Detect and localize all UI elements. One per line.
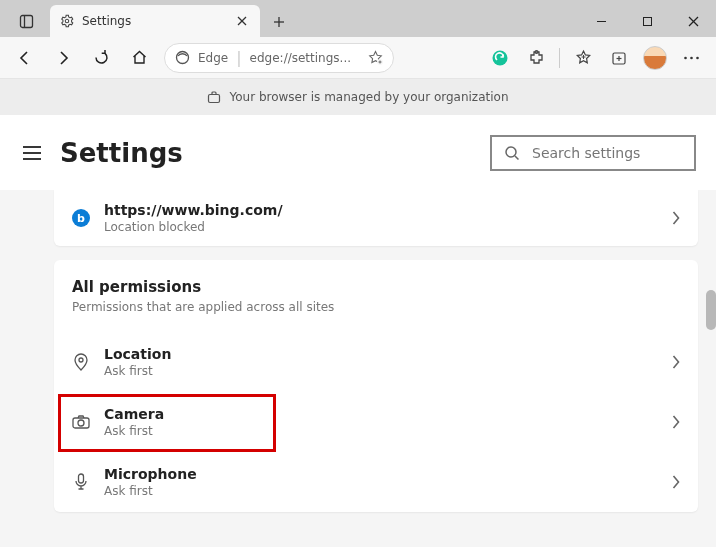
avatar-icon: [643, 46, 667, 70]
org-banner-text: Your browser is managed by your organiza…: [229, 90, 508, 104]
recent-site-row[interactable]: b https://www.bing.com/ Location blocked: [54, 190, 698, 246]
search-icon: [504, 145, 520, 161]
permission-row-camera[interactable]: Camera Ask first: [54, 392, 698, 452]
svg-rect-0: [20, 15, 32, 27]
svg-point-21: [684, 56, 687, 59]
all-permissions-title: All permissions: [72, 278, 680, 296]
permission-row-location[interactable]: Location Ask first: [54, 332, 698, 392]
permission-status: Ask first: [104, 364, 658, 378]
gear-icon: [60, 14, 74, 28]
back-button[interactable]: [8, 41, 42, 75]
home-button[interactable]: [122, 41, 156, 75]
refresh-button[interactable]: [84, 41, 118, 75]
permission-title: Location: [104, 346, 658, 362]
settings-header: Settings: [0, 115, 716, 190]
collections-button[interactable]: [602, 41, 636, 75]
menu-button[interactable]: [20, 141, 44, 165]
all-permissions-card: All permissions Permissions that are app…: [54, 260, 698, 512]
permission-row-microphone[interactable]: Microphone Ask first: [54, 452, 698, 512]
bing-icon: b: [72, 209, 90, 227]
recent-site-url: https://www.bing.com/: [104, 202, 658, 218]
tab-close-button[interactable]: [234, 13, 250, 29]
browser-toolbar: Edge | edge://settings...: [0, 37, 716, 79]
camera-icon: [72, 413, 90, 431]
svg-point-30: [79, 358, 83, 362]
briefcase-icon: [207, 90, 221, 104]
search-input[interactable]: [532, 145, 706, 161]
all-permissions-subtitle: Permissions that are applied across all …: [72, 300, 680, 314]
forward-button[interactable]: [46, 41, 80, 75]
edge-logo-icon: [175, 50, 190, 65]
chevron-right-icon: [672, 355, 680, 369]
microphone-icon: [72, 473, 90, 491]
extensions-button[interactable]: [519, 41, 553, 75]
chevron-right-icon: [672, 475, 680, 489]
org-managed-banner: Your browser is managed by your organiza…: [0, 79, 716, 115]
svg-point-22: [690, 56, 693, 59]
recent-activity-card: b https://www.bing.com/ Location blocked: [54, 190, 698, 246]
profile-button[interactable]: [638, 41, 672, 75]
close-window-button[interactable]: [670, 5, 716, 37]
address-url: edge://settings...: [250, 51, 360, 65]
permission-status: Ask first: [104, 424, 658, 438]
permission-title: Microphone: [104, 466, 658, 482]
svg-rect-24: [209, 95, 220, 103]
favorite-add-icon[interactable]: [368, 50, 383, 65]
tab-strip: Settings: [0, 0, 294, 37]
svg-point-28: [506, 147, 516, 157]
svg-point-23: [696, 56, 699, 59]
more-button[interactable]: [674, 41, 708, 75]
permission-status: Ask first: [104, 484, 658, 498]
maximize-button[interactable]: [624, 5, 670, 37]
recent-site-status: Location blocked: [104, 220, 658, 234]
address-bar[interactable]: Edge | edge://settings...: [164, 43, 394, 73]
svg-rect-33: [79, 474, 84, 483]
svg-rect-7: [643, 17, 651, 25]
tab-title: Settings: [82, 14, 226, 28]
chevron-right-icon: [672, 211, 680, 225]
window-controls: [578, 5, 716, 37]
window-titlebar: Settings: [0, 0, 716, 37]
new-tab-button[interactable]: [264, 7, 294, 37]
chevron-right-icon: [672, 415, 680, 429]
tab-actions-button[interactable]: [8, 5, 44, 37]
svg-point-32: [78, 420, 84, 426]
minimize-button[interactable]: [578, 5, 624, 37]
favorites-button[interactable]: [566, 41, 600, 75]
permission-title: Camera: [104, 406, 658, 422]
grammarly-extension-icon[interactable]: [483, 41, 517, 75]
svg-line-29: [515, 156, 519, 160]
location-icon: [72, 353, 90, 371]
page-title: Settings: [60, 138, 474, 168]
address-engine: Edge: [198, 51, 228, 65]
browser-tab-settings[interactable]: Settings: [50, 5, 260, 37]
search-settings-box[interactable]: [490, 135, 696, 171]
scrollbar-thumb[interactable]: [706, 290, 716, 330]
settings-content[interactable]: b https://www.bing.com/ Location blocked…: [0, 190, 716, 547]
